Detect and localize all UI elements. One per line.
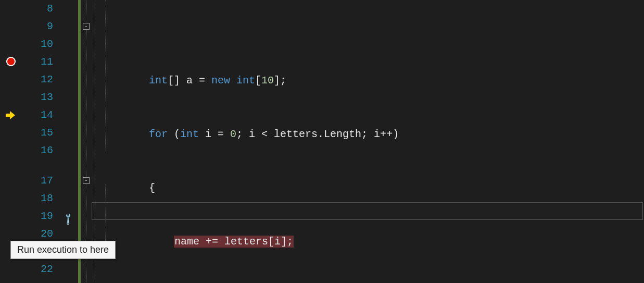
line-number: 13	[23, 89, 53, 106]
line-number: 19	[23, 207, 53, 225]
fold-toggle-icon[interactable]: -	[83, 23, 90, 30]
current-line-highlight	[92, 202, 643, 220]
highlighted-statement: name += letters[i];	[174, 236, 294, 248]
breakpoint-icon[interactable]	[6, 57, 16, 66]
code-line[interactable]: for (int i = 0; i < letters.Length; i++)	[124, 126, 644, 143]
code-line[interactable]: int[] a = new int[10];	[124, 72, 644, 90]
line-number: 16	[23, 142, 53, 159]
code-area[interactable]: int[] a = new int[10]; for (int i = 0; i…	[124, 0, 644, 283]
line-number: 8	[23, 0, 53, 18]
line-number: 20	[23, 225, 53, 243]
fold-toggle-icon[interactable]: -	[83, 177, 90, 184]
line-number: 10	[23, 35, 53, 53]
line-number: 12	[23, 71, 53, 89]
line-number: 22	[23, 261, 53, 278]
line-number: 11	[23, 53, 53, 71]
tooltip: Run execution to here	[10, 241, 116, 259]
line-number: 9	[23, 18, 53, 35]
line-number: 18	[23, 190, 53, 207]
code-line[interactable]: name += letters[i];	[124, 233, 644, 251]
line-number: 14	[23, 106, 53, 124]
code-line[interactable]: {	[124, 179, 644, 197]
line-number: 15	[23, 124, 53, 142]
line-number: 17	[23, 172, 53, 190]
